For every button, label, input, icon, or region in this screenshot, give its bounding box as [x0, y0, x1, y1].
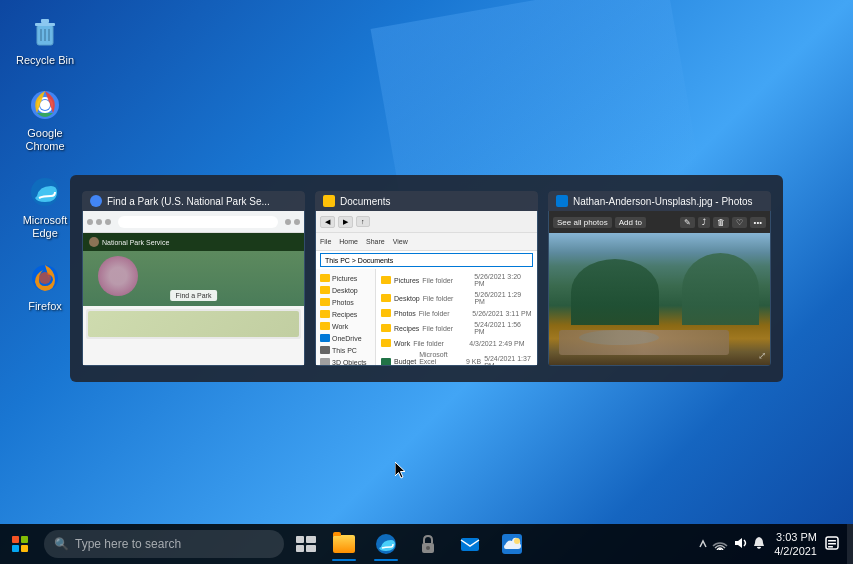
ribbon-home: Home: [339, 238, 358, 245]
svg-rect-26: [828, 543, 836, 545]
browser-body: National Park Service Find a Park: [83, 233, 304, 365]
sidebar-thispc: This PC: [316, 344, 375, 356]
folder-icon-work: [381, 339, 391, 347]
clock-date: 4/2/2021: [774, 544, 817, 558]
task-view-button[interactable]: [288, 524, 324, 564]
explorer-ribbon: File Home Share View: [316, 233, 537, 251]
ribbon-share: Share: [366, 238, 385, 245]
volume-icon[interactable]: [732, 536, 748, 553]
taskbar: 🔍 Type here to search: [0, 524, 853, 564]
photos-window[interactable]: Nathan-Anderson-Unsplash.jpg - Photos Se…: [548, 191, 771, 366]
work-icon: [320, 322, 330, 330]
weather-icon: [501, 533, 523, 555]
explorer-body: Pictures Desktop Photos: [316, 269, 537, 366]
edge-label: MicrosoftEdge: [23, 214, 68, 240]
clock-time: 3:03 PM: [774, 530, 817, 544]
taskbar-search-icon: 🔍: [54, 537, 69, 551]
system-tray: 3:03 PM 4/2/2021: [690, 530, 847, 559]
browser-toolbar: [83, 211, 304, 233]
taskbar-mail[interactable]: [450, 524, 490, 564]
svg-point-12: [39, 272, 51, 284]
browser-window[interactable]: Find a Park (U.S. National Park Se...: [82, 191, 305, 366]
photos-heart: ♡: [732, 217, 747, 228]
photo-tree-left: [571, 259, 659, 325]
taskbar-edge[interactable]: [366, 524, 406, 564]
logo-sq4: [21, 545, 28, 552]
photos-edit: ✎: [680, 217, 695, 228]
file-row-desktop: Desktop File folder 5/26/2021 1:29 PM: [378, 289, 535, 307]
explorer-main: Pictures File folder 5/26/2021 3:20 PM D…: [376, 269, 537, 366]
chrome-label: GoogleChrome: [25, 127, 64, 153]
sidebar-recipes: Recipes: [316, 308, 375, 320]
taskbar-security[interactable]: [408, 524, 448, 564]
desktop-icon-sidebar: [320, 286, 330, 294]
nps-logo: [89, 237, 99, 247]
forward-button: ▶: [338, 216, 353, 228]
pictures-icon: [320, 274, 330, 282]
browser-window-content: National Park Service Find a Park: [82, 211, 305, 366]
photos-see-all: See all photos: [553, 217, 612, 228]
browser-dot-3: [105, 219, 111, 225]
edge-active-indicator: [374, 559, 398, 561]
show-desktop-button[interactable]: [847, 524, 853, 564]
address-path: This PC > Documents: [325, 257, 393, 264]
browser-window-icon: [90, 195, 102, 207]
find-park-button: Find a Park: [170, 290, 218, 301]
recycle-bin-icon[interactable]: Recycle Bin: [10, 10, 80, 71]
taskbar-search[interactable]: 🔍 Type here to search: [44, 530, 284, 558]
ribbon-file: File: [320, 238, 331, 245]
folder-icon-desktop: [381, 294, 391, 302]
svg-rect-25: [828, 540, 836, 542]
start-button[interactable]: [0, 524, 40, 564]
taskbar-weather[interactable]: [492, 524, 532, 564]
photos-window-content: See all photos Add to ✎ ⤴ 🗑 ♡ •••: [548, 211, 771, 366]
photos-share: ⤴: [698, 217, 710, 228]
photos-icon-sidebar: [320, 298, 330, 306]
taskbar-file-explorer[interactable]: [324, 524, 364, 564]
tray-show-hidden[interactable]: [698, 537, 708, 552]
taskbar-clock[interactable]: 3:03 PM 4/2/2021: [770, 530, 821, 559]
svg-point-22: [514, 538, 520, 544]
svg-rect-27: [828, 546, 833, 548]
taskbar-apps: [324, 524, 690, 564]
photos-preview: See all photos Add to ✎ ⤴ 🗑 ♡ •••: [549, 211, 770, 365]
thispc-icon: [320, 346, 330, 354]
file-explorer-icon: [333, 535, 355, 553]
explorer-address-bar: This PC > Documents: [320, 253, 533, 267]
photos-window-title: Nathan-Anderson-Unsplash.jpg - Photos: [548, 191, 771, 211]
svg-rect-20: [461, 538, 479, 551]
svg-rect-14: [306, 536, 316, 543]
nps-map: [86, 309, 301, 339]
explorer-window-title: Documents: [315, 191, 538, 211]
explorer-toolbar: ◀ ▶ ↑: [316, 211, 537, 233]
explorer-window-icon: [323, 195, 335, 207]
notification-icon[interactable]: [752, 536, 766, 553]
folder-icon-photos: [381, 309, 391, 317]
nps-hero: Find a Park: [83, 251, 304, 306]
recycle-bin-label: Recycle Bin: [16, 54, 74, 67]
network-icon[interactable]: [712, 536, 728, 553]
browser-dot-4: [285, 219, 291, 225]
browser-dot-1: [87, 219, 93, 225]
photos-trash: 🗑: [713, 217, 729, 228]
browser-preview: National Park Service Find a Park: [83, 211, 304, 365]
back-button: ◀: [320, 216, 335, 228]
photos-main-image: ⤢: [549, 233, 770, 365]
sidebar-desktop: Desktop: [316, 284, 375, 296]
nps-header: National Park Service: [83, 233, 304, 251]
sidebar-photos: Photos: [316, 296, 375, 308]
photos-add-to: Add to: [615, 217, 646, 228]
file-row-recipes: Recipes File folder 5/24/2021 1:56 PM: [378, 319, 535, 337]
chrome-icon[interactable]: GoogleChrome: [10, 83, 80, 157]
file-row-work: Work File folder 4/3/2021 2:49 PM: [378, 337, 535, 349]
logo-sq3: [12, 545, 19, 552]
chrome-image: [27, 87, 63, 123]
task-view-icon: [296, 536, 316, 552]
svg-rect-1: [35, 23, 55, 26]
action-center-icon[interactable]: [825, 536, 839, 553]
explorer-sidebar: Pictures Desktop Photos: [316, 269, 376, 366]
explorer-window[interactable]: Documents ◀ ▶ ↑ File Home Share View: [315, 191, 538, 366]
browser-address: [118, 216, 278, 228]
security-icon: [417, 533, 439, 555]
edge-taskbar-icon: [375, 533, 397, 555]
